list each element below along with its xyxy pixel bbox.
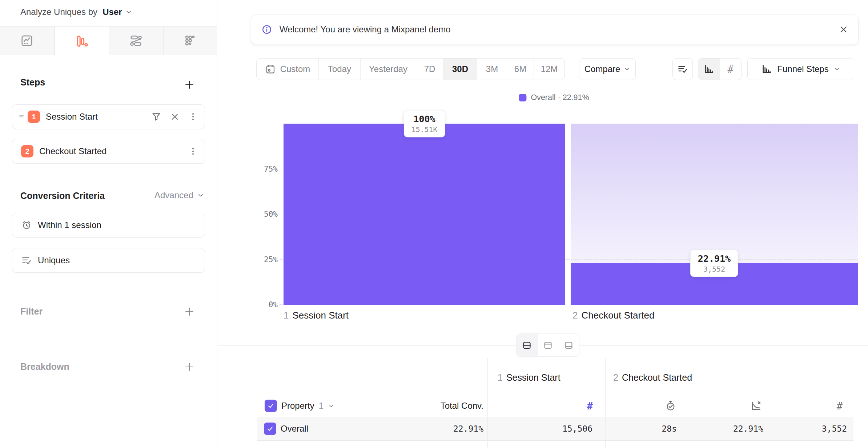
layout-table-only-button[interactable]	[558, 334, 579, 356]
conversion-window-label: Within 1 session	[38, 220, 101, 230]
total-conversion-column-header: Total Conv.	[392, 401, 483, 411]
date-range-6m[interactable]: 6M	[507, 59, 534, 80]
step-filter-button[interactable]	[151, 111, 162, 122]
flows-icon	[129, 34, 142, 47]
breakdown-title: Breakdown	[20, 361, 69, 372]
counting-method-toolbar-button[interactable]	[672, 58, 693, 80]
cell-step2-conversion-rate: 22.91%	[691, 417, 763, 440]
cell-step2-avg-time: 28s	[604, 417, 677, 440]
table-row-overall[interactable]: Overall 22.91% 15,506 28s 22.91% 3,552	[257, 417, 853, 441]
conversion-rate-column-icon[interactable]	[750, 400, 763, 412]
uniques-list-check-icon	[677, 64, 688, 75]
compare-dropdown[interactable]: Compare	[579, 58, 636, 80]
add-breakdown-button[interactable]	[183, 361, 196, 373]
step-more-button[interactable]	[188, 112, 198, 122]
date-range-label: Today	[328, 64, 351, 74]
legend-separator: ·	[558, 93, 560, 102]
add-step-button[interactable]	[183, 79, 196, 91]
count-column-icon-selected[interactable]: #	[577, 400, 593, 412]
conversion-window-card[interactable]: Within 1 session	[12, 213, 205, 237]
count-column-icon[interactable]: #	[833, 400, 846, 412]
tooltip-count: 15.51K	[411, 125, 437, 134]
kebab-menu-icon	[188, 146, 198, 156]
row-label: Overall	[281, 417, 308, 440]
avg-time-column-icon[interactable]	[664, 400, 677, 412]
group-number: 1	[498, 372, 503, 383]
toggle-percent-bars[interactable]	[698, 59, 720, 80]
step-card-session-start[interactable]: 1 Session Start	[12, 104, 205, 129]
bar-value-tooltip: 100% 15.51K	[403, 110, 445, 137]
alarm-clock-icon	[21, 220, 32, 231]
banner-close-button[interactable]	[839, 24, 849, 35]
step-name: Checkout Started	[581, 310, 654, 321]
step-label: Checkout Started	[39, 146, 107, 156]
row-checkbox[interactable]	[264, 423, 276, 435]
cell-step2-count: 3,552	[774, 417, 847, 440]
legend-swatch	[519, 94, 526, 101]
chevron-down-icon	[834, 66, 840, 72]
date-range-12m[interactable]: 12M	[534, 59, 564, 80]
date-range-3m[interactable]: 3M	[477, 59, 507, 80]
value-display-toggle: #	[698, 58, 742, 80]
select-all-checkbox[interactable]	[265, 400, 277, 412]
x-axis-step-label: 2Checkout Started	[572, 310, 654, 321]
step-more-button[interactable]	[188, 146, 198, 156]
advanced-label: Advanced	[154, 190, 193, 200]
chevron-down-icon	[328, 403, 334, 409]
counting-method-card[interactable]: Uniques	[12, 248, 205, 273]
table-column-divider	[487, 358, 488, 448]
calendar-icon	[265, 64, 276, 75]
drag-handle-icon[interactable]	[18, 113, 25, 120]
y-axis-tick-mark	[280, 259, 282, 260]
table-group-session-start: 1Session Start	[498, 372, 560, 383]
tab-insights[interactable]	[0, 27, 55, 55]
step-card-checkout-started[interactable]: 2 Checkout Started	[12, 139, 205, 164]
tab-retention[interactable]	[164, 27, 218, 55]
add-filter-button[interactable]	[183, 305, 196, 318]
date-range-label: Yesterday	[369, 64, 407, 74]
analyze-by-label: Analyze Uniques by	[20, 7, 97, 17]
steps-title: Steps	[20, 77, 45, 88]
tab-funnels[interactable]	[55, 27, 109, 55]
property-header-cell: Property 1	[265, 400, 334, 412]
date-range-today[interactable]: Today	[319, 59, 361, 80]
retention-icon	[184, 34, 197, 47]
y-axis-tick-mark	[280, 169, 282, 169]
funnel-bar-session-start[interactable]: 100% 15.51K	[284, 124, 565, 305]
date-range-label: 7D	[424, 64, 435, 74]
legend-item-overall[interactable]: Overall · 22.91%	[519, 93, 589, 102]
step-remove-button[interactable]	[170, 112, 180, 122]
compare-label: Compare	[584, 64, 620, 74]
tab-flows[interactable]	[109, 27, 164, 55]
funnel-bar-checkout-started[interactable]: 22.91% 3,552	[571, 124, 858, 305]
chevron-down-icon	[197, 192, 204, 199]
step-label: Session Start	[46, 112, 98, 122]
step-name: Session Start	[292, 310, 349, 321]
date-range-30d[interactable]: 30D	[443, 59, 477, 80]
bar-value-tooltip: 22.91% 3,552	[690, 249, 738, 277]
banner-message: Welcome! You are viewing a Mixpanel demo	[280, 24, 450, 35]
filter-funnel-icon	[151, 111, 162, 122]
analyze-by-dropdown[interactable]: User	[103, 7, 132, 17]
x-axis-step-label: 1Session Start	[284, 310, 349, 321]
layout-split-view-button[interactable]	[517, 334, 538, 356]
funnel-chart: 75% 50% 25% 0% 100% 15.51K	[284, 124, 858, 305]
analyze-by-row: Analyze Uniques by User	[20, 4, 132, 20]
legend-series-label: Overall	[531, 93, 555, 102]
chevron-down-icon	[624, 66, 630, 72]
date-range-7d[interactable]: 7D	[416, 59, 443, 80]
toggle-absolute-numbers[interactable]: #	[720, 59, 742, 80]
chart-type-dropdown[interactable]: Funnel Steps	[747, 58, 854, 80]
tooltip-percent: 100%	[411, 114, 437, 124]
insights-icon	[20, 34, 33, 47]
date-range-custom[interactable]: Custom	[257, 59, 319, 80]
y-axis-tick-label: 25%	[264, 255, 278, 264]
advanced-dropdown[interactable]: Advanced	[154, 190, 204, 200]
layout-chart-only-button[interactable]	[538, 334, 559, 356]
filter-title: Filter	[20, 306, 43, 317]
bar-solid	[284, 124, 565, 305]
date-range-yesterday[interactable]: Yesterday	[361, 59, 416, 80]
info-icon	[261, 24, 272, 35]
property-dropdown[interactable]	[328, 403, 334, 409]
y-axis-tick-mark	[280, 214, 282, 214]
